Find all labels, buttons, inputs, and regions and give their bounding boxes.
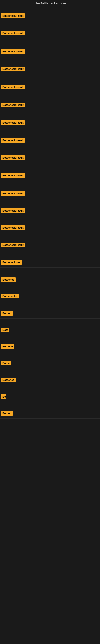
result-row-17: Bottleneck r: [0, 292, 100, 302]
result-row-2: Bottleneck result: [0, 29, 100, 38]
result-row-9: Bottleneck result: [0, 153, 100, 163]
result-row-16: Bottlenec: [0, 275, 100, 285]
cursor-indicator: [1, 544, 1, 548]
bottleneck-badge-12[interactable]: Bottleneck result: [1, 208, 25, 213]
bottleneck-badge-24[interactable]: Bottlen: [1, 411, 13, 416]
bottleneck-badge-10[interactable]: Bottleneck result: [1, 173, 25, 178]
result-row-14: Bottleneck result: [0, 240, 100, 250]
bottleneck-badge-20[interactable]: Bottlene: [1, 344, 14, 349]
site-title: TheBottlenecker.com: [0, 0, 100, 7]
result-row-11: Bottleneck result: [0, 189, 100, 199]
bottleneck-badge-18[interactable]: Bottlen: [1, 311, 13, 316]
bottleneck-badge-11[interactable]: Bottleneck result: [1, 191, 25, 196]
bottleneck-badge-6[interactable]: Bottleneck result: [1, 103, 25, 107]
bottleneck-badge-8[interactable]: Bottleneck result: [1, 138, 25, 143]
result-row-19: Bott: [0, 326, 100, 335]
result-row-4: Bottleneck result: [0, 64, 100, 74]
result-row-8: Bottleneck result: [0, 136, 100, 146]
bottleneck-badge-4[interactable]: Bottleneck result: [1, 66, 25, 71]
bottleneck-badge-15[interactable]: Bottleneck res: [1, 260, 22, 265]
bottleneck-badge-13[interactable]: Bottleneck result: [1, 226, 25, 230]
bottleneck-badge-14[interactable]: Bottleneck result: [1, 242, 25, 247]
bottleneck-badge-3[interactable]: Bottleneck result: [1, 49, 25, 54]
result-row-10: Bottleneck result: [0, 171, 100, 181]
result-row-7: Bottleneck result: [0, 118, 100, 128]
bottleneck-badge-1[interactable]: Bottleneck result: [1, 14, 25, 18]
bottleneck-badge-22[interactable]: Bottlenec: [1, 378, 16, 382]
bottleneck-badge-17[interactable]: Bottleneck r: [1, 294, 19, 298]
bottleneck-badge-5[interactable]: Bottleneck result: [1, 85, 25, 89]
bottleneck-badge-9[interactable]: Bottleneck result: [1, 155, 25, 160]
bottleneck-badge-16[interactable]: Bottlenec: [1, 277, 16, 282]
bottleneck-badge-7[interactable]: Bottleneck result: [1, 120, 25, 125]
result-row-6: Bottleneck result: [0, 100, 100, 110]
result-row-5: Bottleneck result: [0, 83, 100, 92]
result-row-22: Bottlenec: [0, 376, 100, 385]
result-row-20: Bottlene: [0, 342, 100, 352]
result-row-12: Bottleneck result: [0, 206, 100, 216]
result-row-21: Bottle: [0, 359, 100, 368]
result-row-3: Bottleneck result: [0, 47, 100, 57]
bottleneck-badge-21[interactable]: Bottle: [1, 361, 11, 366]
result-row-23: Bo: [0, 392, 100, 402]
result-row-24: Bottlen: [0, 409, 100, 418]
bottleneck-badge-19[interactable]: Bott: [1, 328, 9, 332]
result-row-13: Bottleneck result: [0, 224, 100, 233]
result-row-1: Bottleneck result: [0, 12, 100, 21]
result-row-18: Bottlen: [0, 309, 100, 318]
result-row-15: Bottleneck res: [0, 258, 100, 268]
bottleneck-badge-23[interactable]: Bo: [1, 394, 6, 399]
bottleneck-badge-2[interactable]: Bottleneck result: [1, 31, 25, 36]
